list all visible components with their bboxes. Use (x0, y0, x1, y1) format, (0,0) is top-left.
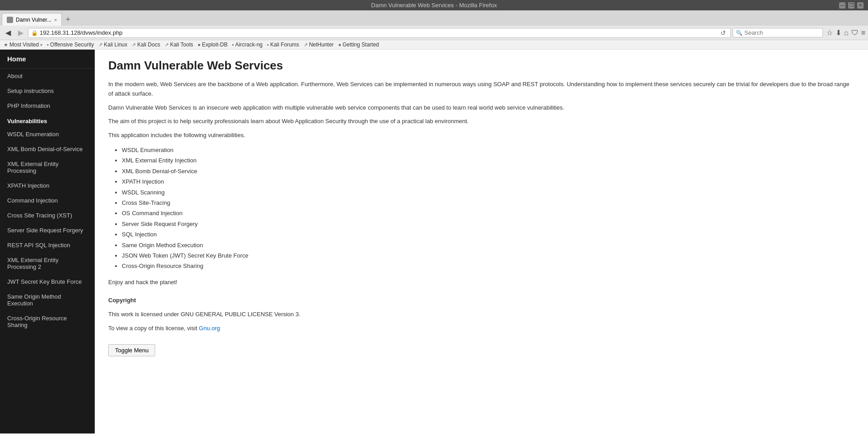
list-item: WSDL Scanning (122, 187, 854, 198)
search-input[interactable] (744, 29, 808, 36)
bookmark-kali-tools[interactable]: ↗ Kali Tools (165, 41, 193, 48)
list-item: SQL Injection (122, 229, 854, 240)
bookmark-label: Kali Docs (137, 41, 160, 48)
tab-favicon (7, 17, 13, 23)
bookmarks-bar: ★ Most Visited ▾ ▪ Offensive Security ↗ … (0, 40, 868, 50)
sidebar-item-sql-injection[interactable]: REST API SQL Injection (0, 238, 95, 253)
bookmark-aircrack[interactable]: ▪ Aircrack-ng (232, 41, 263, 48)
chevron-down-icon: ▾ (40, 42, 42, 47)
most-visited-icon: ★ (4, 42, 8, 48)
sidebar-item-ssrf[interactable]: Server Side Request Forgery (0, 223, 95, 238)
bookmark-star-icon[interactable]: ☆ (826, 28, 833, 37)
bookmark-label: NetHunter (309, 41, 334, 48)
list-item: Server Side Request Forgery (122, 219, 854, 229)
nethunter-icon: ↗ (304, 42, 308, 48)
search-bar-container: 🔍 (733, 28, 823, 37)
sidebar-item-jwt[interactable]: JWT Secret Key Brute Force (0, 274, 95, 289)
list-item: Cross-Origin Resource Sharing (122, 261, 854, 271)
sidebar-item-xxe[interactable]: XML External Entity Processing (0, 157, 95, 178)
bookmark-label: Exploit-DB (202, 41, 228, 48)
shield-icon[interactable]: 🛡 (851, 29, 859, 37)
intro-paragraph-4: This application includes the following … (108, 131, 854, 140)
list-item: JSON Web Token (JWT) Secret Key Brute Fo… (122, 250, 854, 261)
url-lock-icon: 🔒 (31, 30, 38, 36)
sidebar-item-xxe2[interactable]: XML External Entity Processing 2 (0, 253, 95, 274)
new-tab-button[interactable]: + (62, 13, 74, 26)
kali-linux-icon: ↗ (98, 42, 102, 48)
bookmark-label: Kali Linux (104, 41, 127, 48)
reload-button[interactable]: ↺ (719, 29, 728, 37)
list-item: XML Bomb Denial-of-Service (122, 166, 854, 176)
bookmark-label: Offensive Security (50, 41, 94, 48)
content-area: Damn Vulnerable Web Services In the mode… (95, 50, 868, 433)
copyright-line1: This work is licensed under GNU GENERAL … (108, 310, 854, 319)
kali-tools-icon: ↗ (165, 42, 169, 48)
window-title: Damn Vulnerable Web Services - Mozilla F… (371, 2, 497, 9)
menu-icon[interactable]: ≡ (861, 29, 865, 37)
sidebar-item-cors[interactable]: Cross-Origin Resource Sharing (0, 311, 95, 332)
intro-paragraph-3: The aim of this project is to help secur… (108, 117, 854, 126)
bookmark-label: Kali Forums (270, 41, 299, 48)
intro-paragraph-2: Damn Vulnerable Web Services is an insec… (108, 103, 854, 113)
gnu-link[interactable]: Gnu.org (199, 325, 220, 332)
exploit-db-icon: ● (198, 42, 201, 47)
bookmark-most-visited[interactable]: ★ Most Visited ▾ (4, 41, 42, 48)
bookmark-nethunter[interactable]: ↗ NetHunter (304, 41, 334, 48)
list-item: Cross Site-Tracing (122, 198, 854, 208)
url-input[interactable] (40, 29, 717, 36)
list-item: XPATH Injection (122, 176, 854, 187)
url-bar-container: 🔒 ↺ (28, 28, 731, 38)
window-controls: — ❐ ✕ (839, 2, 863, 9)
bookmark-label: Kali Tools (170, 41, 193, 48)
restore-button[interactable]: ❐ (848, 2, 854, 9)
copyright-section: Copyright This work is licensed under GN… (108, 296, 854, 333)
getting-started-icon: ● (338, 42, 342, 47)
download-icon[interactable]: ⬇ (836, 28, 841, 37)
title-bar: Damn Vulnerable Web Services - Mozilla F… (0, 0, 868, 10)
bookmark-getting-started[interactable]: ● Getting Started (338, 41, 379, 48)
kali-forums-icon: ▪ (267, 42, 269, 47)
bookmark-label: Aircrack-ng (235, 41, 263, 48)
main-layout: Home About Setup instructions PHP Inform… (0, 50, 868, 433)
vulnerabilities-list: WSDL Enumeration XML External Entity Inj… (122, 145, 854, 272)
toggle-menu-button[interactable]: Toggle Menu (108, 344, 155, 356)
minimize-button[interactable]: — (839, 2, 845, 9)
browser-tab[interactable]: Damn Vulner... × (2, 13, 62, 26)
sidebar-item-php-info[interactable]: PHP Information (0, 98, 95, 113)
sidebar-item-home[interactable]: Home (0, 50, 95, 69)
sidebar-item-xpath[interactable]: XPATH Injection (0, 178, 95, 193)
tab-bar: Damn Vulner... × + (0, 10, 868, 26)
aircrack-icon: ▪ (232, 42, 234, 47)
sidebar-item-about[interactable]: About (0, 69, 95, 83)
page-title: Damn Vulnerable Web Services (108, 59, 854, 73)
forward-button[interactable]: ▶ (15, 28, 26, 38)
kali-docs-icon: ↗ (132, 42, 136, 48)
bookmark-kali-forums[interactable]: ▪ Kali Forums (267, 41, 299, 48)
bookmark-kali-docs[interactable]: ↗ Kali Docs (132, 41, 160, 48)
sidebar-item-wsdl-enum[interactable]: WSDL Enumeration (0, 127, 95, 142)
sidebar-item-command-injection[interactable]: Command Injection (0, 193, 95, 208)
nav-bar: ◀ ▶ 🔒 ↺ 🔍 ☆ ⬇ ⌂ 🛡 ≡ (0, 26, 868, 40)
search-icon: 🔍 (736, 30, 743, 36)
tab-label: Damn Vulner... (16, 17, 51, 23)
close-button[interactable]: ✕ (857, 2, 863, 9)
copyright-line2: To view a copy of this license, visit Gn… (108, 324, 854, 333)
list-item: WSDL Enumeration (122, 145, 854, 155)
intro-paragraph-1: In the modern web, Web Services are the … (108, 80, 854, 99)
sidebar-section-vulnerabilities: Vulnerabilities (0, 113, 95, 127)
bookmark-label: Getting Started (342, 41, 379, 48)
bookmark-label: Most Visited (9, 41, 39, 48)
enjoy-text: Enjoy and hack the planet! (108, 278, 854, 287)
bookmark-kali-linux[interactable]: ↗ Kali Linux (98, 41, 127, 48)
sidebar-item-setup[interactable]: Setup instructions (0, 83, 95, 98)
back-button[interactable]: ◀ (3, 28, 14, 38)
sidebar-item-xst[interactable]: Cross Site Tracing (XST) (0, 208, 95, 223)
sidebar-item-xml-bomb[interactable]: XML Bomb Denial-of-Service (0, 142, 95, 157)
tab-close-button[interactable]: × (54, 17, 57, 23)
offensive-security-icon: ▪ (47, 42, 49, 47)
home-icon[interactable]: ⌂ (844, 29, 849, 37)
sidebar-item-same-origin[interactable]: Same Origin Method Execution (0, 289, 95, 311)
bookmark-offensive-security[interactable]: ▪ Offensive Security (47, 41, 94, 48)
bookmark-exploit-db[interactable]: ● Exploit-DB (198, 41, 227, 48)
list-item: OS Command Injection (122, 208, 854, 218)
